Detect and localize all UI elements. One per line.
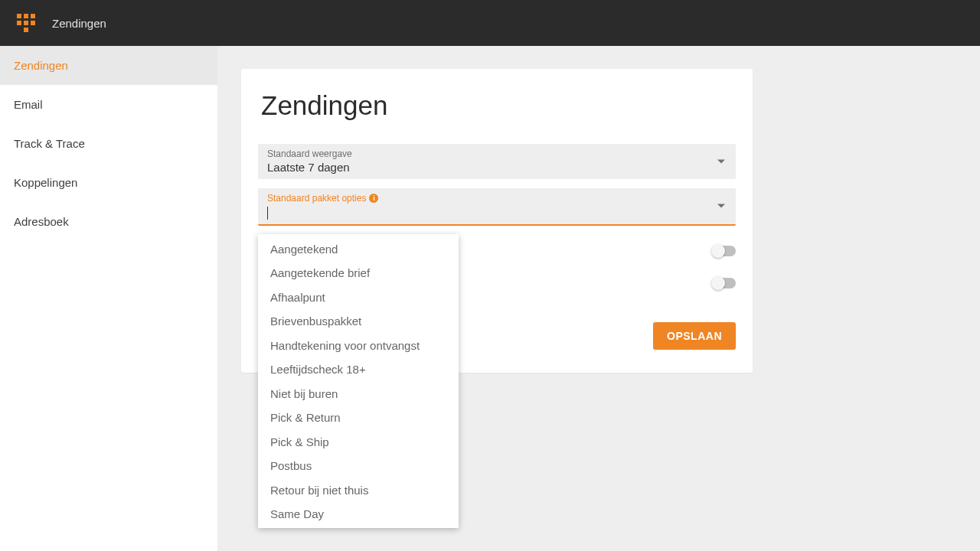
dropdown-item[interactable]: Afhaalpunt xyxy=(258,285,459,310)
sidebar-item-adresboek[interactable]: Adresboek xyxy=(0,202,217,241)
layout: Zendingen Email Track & Trace Koppelinge… xyxy=(0,46,980,551)
app-logo-icon xyxy=(17,14,35,32)
default-options-label-row: Standaard pakket opties i xyxy=(267,193,727,204)
toggle-knob xyxy=(711,244,725,258)
dropdown-item[interactable]: Same Day xyxy=(258,502,459,527)
dropdown-item[interactable]: Pick & Ship xyxy=(258,430,459,455)
sidebar-item-track-trace[interactable]: Track & Trace xyxy=(0,124,217,163)
toggle-switch[interactable] xyxy=(713,278,736,289)
dropdown-item[interactable]: Retour bij niet thuis xyxy=(258,478,459,503)
field-default-view: Standaard weergave Laatste 7 dagen xyxy=(258,144,736,179)
dropdown-item[interactable]: Pick & Return xyxy=(258,406,459,430)
sidebar-item-koppelingen[interactable]: Koppelingen xyxy=(0,163,217,202)
sidebar-item-zendingen[interactable]: Zendingen xyxy=(0,46,217,85)
dropdown-item[interactable]: Spoed levering xyxy=(258,527,459,528)
topbar: Zendingen xyxy=(0,0,980,46)
toggle-knob xyxy=(711,276,725,290)
info-icon[interactable]: i xyxy=(369,194,378,203)
default-view-select[interactable]: Standaard weergave Laatste 7 dagen xyxy=(258,144,736,179)
options-dropdown[interactable]: Aangetekend Aangetekende brief Afhaalpun… xyxy=(258,234,459,528)
dropdown-item[interactable]: Brievenbuspakket xyxy=(258,309,459,334)
dropdown-item[interactable]: Aangetekend xyxy=(258,237,459,262)
chevron-down-icon xyxy=(717,204,725,208)
field-default-options: Standaard pakket opties i xyxy=(258,188,736,226)
sidebar: Zendingen Email Track & Trace Koppelinge… xyxy=(0,46,218,551)
app-title: Zendingen xyxy=(52,17,106,30)
default-view-label: Standaard weergave xyxy=(267,148,727,159)
chevron-down-icon xyxy=(717,160,725,164)
save-button[interactable]: OPSLAAN xyxy=(653,322,736,350)
dropdown-item[interactable]: Handtekening voor ontvangst xyxy=(258,334,459,358)
default-options-select[interactable]: Standaard pakket opties i xyxy=(258,188,736,226)
page-title: Zendingen xyxy=(241,83,753,144)
default-view-value: Laatste 7 dagen xyxy=(267,159,727,174)
main-content: Zendingen Standaard weergave Laatste 7 d… xyxy=(218,46,980,551)
default-options-value xyxy=(267,204,727,220)
dropdown-item[interactable]: Postbus xyxy=(258,454,459,478)
settings-card: Zendingen Standaard weergave Laatste 7 d… xyxy=(241,69,753,373)
toggle-switch[interactable] xyxy=(713,246,736,256)
text-cursor xyxy=(267,207,268,220)
dropdown-item[interactable]: Leeftijdscheck 18+ xyxy=(258,357,459,382)
dropdown-item[interactable]: Aangetekende brief xyxy=(258,261,459,285)
default-options-label: Standaard pakket opties xyxy=(267,193,366,204)
sidebar-item-email[interactable]: Email xyxy=(0,85,217,124)
dropdown-item[interactable]: Niet bij buren xyxy=(258,382,459,406)
